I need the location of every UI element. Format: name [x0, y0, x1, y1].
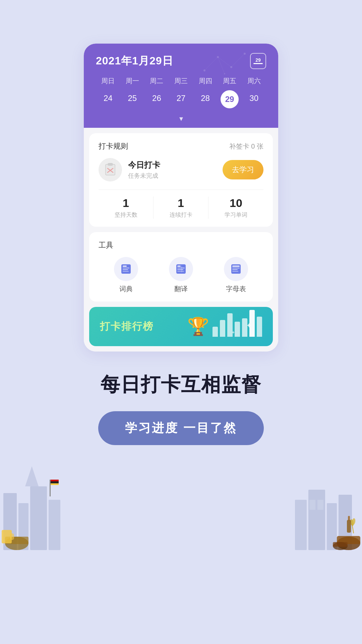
tool-translate[interactable]: 翻译 — [169, 257, 193, 293]
date-row: 24 25 26 27 28 29 30 — [96, 90, 266, 112]
weekday-wed: 周三 — [169, 75, 193, 87]
dictionary-icon-bg — [114, 257, 138, 281]
tools-row: 词典 翻译 — [99, 257, 263, 293]
svg-rect-8 — [10, 533, 14, 540]
svg-rect-42 — [123, 266, 127, 267]
calendar-icon-button[interactable]: 29 — [250, 53, 266, 69]
leaderboard-highlight: 排行榜 — [121, 321, 154, 332]
leaderboard-right: 🏆 ✦ ✦ — [187, 316, 262, 337]
alphabet-label: 字母表 — [226, 284, 246, 293]
weekday-row: 周日 周一 周二 周三 周四 周五 周六 — [96, 75, 266, 87]
svg-rect-48 — [177, 268, 185, 268]
punchin-left: 今日打卡 任务未完成 — [99, 158, 160, 181]
sparkle-small-icon: ✦ — [231, 330, 235, 335]
calendar-title: 2021年1月29日 — [96, 54, 173, 68]
date-26[interactable]: 26 — [144, 90, 169, 108]
svg-rect-7 — [2, 530, 12, 543]
calendar-expand-arrow[interactable]: ▾ — [96, 112, 266, 128]
date-25[interactable]: 25 — [120, 90, 145, 108]
content-area: 打卡规则 补签卡 0 张 今日打卡 — [84, 128, 278, 352]
tool-alphabet[interactable]: 字母表 — [224, 257, 248, 293]
bar-1 — [213, 327, 218, 337]
leaderboard-bar-chart — [213, 317, 262, 337]
calendar-icon-num: 29 — [255, 58, 261, 62]
punchin-icon — [99, 158, 122, 181]
go-study-button[interactable]: 去学习 — [223, 160, 263, 179]
svg-point-32 — [224, 73, 225, 74]
checkin-card-header: 打卡规则 补签卡 0 张 — [99, 141, 263, 151]
stat-persist: 1 坚持天数 — [99, 197, 154, 219]
punchin-row: 今日打卡 任务未完成 去学习 — [99, 158, 263, 181]
city-left-decoration — [0, 433, 67, 550]
svg-point-5 — [5, 537, 28, 550]
bottom-section: 每日打卡互相监督 学习进度 一目了然 — [71, 372, 291, 445]
calendar-title-row: 2021年1月29日 29 — [96, 53, 266, 69]
svg-rect-10 — [51, 480, 59, 485]
svg-rect-26 — [347, 520, 351, 533]
svg-point-24 — [350, 519, 355, 526]
leaderboard-prefix: 打卡 — [100, 321, 121, 332]
trophy-icon: 🏆 — [187, 316, 209, 337]
bar-7 — [257, 317, 262, 337]
leaderboard-text: 打卡排行榜 — [100, 320, 154, 333]
translate-icon-bg — [169, 257, 193, 281]
stat-persist-num: 1 — [99, 197, 153, 210]
svg-rect-43 — [123, 268, 129, 268]
date-30[interactable]: 30 — [242, 90, 266, 108]
svg-rect-14 — [308, 490, 325, 550]
tool-dictionary[interactable]: 词典 — [114, 257, 138, 293]
date-27[interactable]: 27 — [169, 90, 193, 108]
stat-words: 10 学习单词 — [208, 197, 263, 219]
svg-point-21 — [333, 542, 348, 550]
svg-rect-53 — [232, 266, 240, 267]
svg-marker-4 — [25, 466, 39, 486]
svg-rect-49 — [177, 269, 183, 270]
svg-rect-44 — [123, 269, 128, 270]
stat-streak-label: 连续打卡 — [154, 211, 208, 219]
supplement-label: 补签卡 0 张 — [229, 142, 263, 151]
svg-rect-11 — [51, 480, 59, 481]
alphabet-icon-bg — [224, 257, 248, 281]
svg-point-28 — [203, 69, 205, 71]
cal-icon-line — [253, 63, 263, 64]
svg-rect-16 — [339, 495, 352, 550]
svg-rect-38 — [108, 163, 113, 166]
dictionary-icon — [120, 263, 132, 275]
svg-rect-50 — [177, 271, 184, 272]
sub-slogan-button[interactable]: 学习进度 一目了然 — [98, 411, 264, 445]
svg-rect-20 — [337, 536, 360, 544]
checkin-card: 打卡规则 补签卡 0 张 今日打卡 — [89, 133, 273, 227]
svg-rect-6 — [5, 537, 28, 544]
stat-streak: 1 连续打卡 — [154, 197, 208, 219]
svg-rect-12 — [51, 483, 59, 485]
weekday-mon: 周一 — [120, 75, 145, 87]
svg-rect-17 — [309, 500, 315, 510]
dictionary-label: 词典 — [119, 284, 133, 293]
alphabet-icon — [230, 263, 242, 275]
leaderboard-banner[interactable]: 打卡排行榜 🏆 ✦ ✦ — [89, 307, 273, 346]
svg-rect-3 — [49, 500, 60, 550]
city-right-decoration — [295, 433, 362, 550]
date-24[interactable]: 24 — [96, 90, 120, 108]
calendar-section: 2021年1月29日 29 周日 周一 周二 周三 周四 周五 周六 24 25… — [84, 44, 278, 128]
weekday-fri: 周五 — [218, 75, 242, 87]
translate-icon — [175, 263, 187, 275]
weekday-tue: 周二 — [144, 75, 169, 87]
svg-rect-45 — [123, 271, 129, 272]
svg-line-23 — [352, 523, 354, 533]
sparkle-icon: ✦ — [246, 321, 252, 330]
checkin-rules-label: 打卡规则 — [99, 141, 128, 151]
svg-rect-27 — [348, 516, 350, 521]
svg-rect-37 — [106, 164, 115, 175]
stat-words-num: 10 — [208, 197, 263, 210]
stat-words-label: 学习单词 — [208, 211, 263, 219]
date-29-active[interactable]: 29 — [221, 90, 239, 108]
svg-point-19 — [337, 537, 360, 550]
svg-rect-0 — [3, 493, 17, 550]
weekday-sat: 周六 — [242, 75, 266, 87]
date-28[interactable]: 28 — [193, 90, 218, 108]
svg-rect-15 — [327, 503, 337, 550]
svg-rect-9 — [50, 480, 51, 496]
bar-2 — [220, 320, 225, 337]
translate-label: 翻译 — [174, 284, 188, 293]
